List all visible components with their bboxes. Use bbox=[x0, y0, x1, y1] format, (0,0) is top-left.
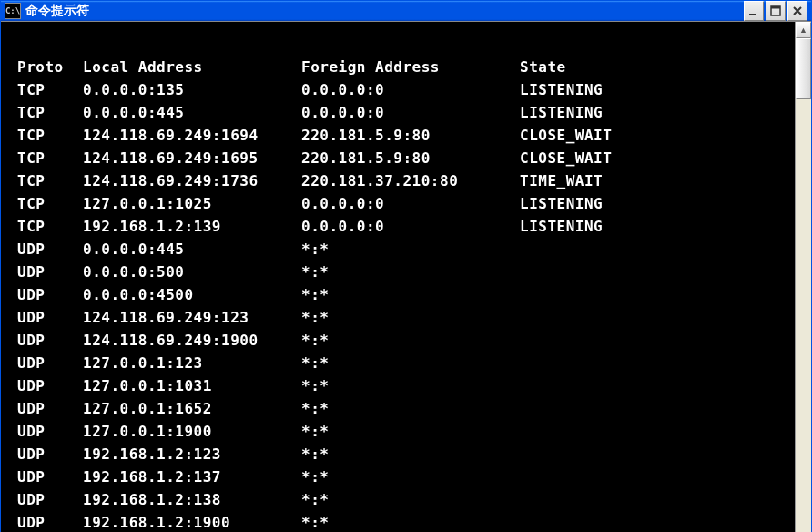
local-address-cell: 124.118.69.249:123 bbox=[83, 306, 301, 329]
local-address-cell: 127.0.0.1:1031 bbox=[83, 374, 301, 397]
local-address-cell: 192.168.1.2:137 bbox=[83, 466, 301, 488]
state-cell bbox=[520, 466, 795, 488]
foreign-address-cell: *:* bbox=[301, 261, 520, 283]
proto-cell: UDP bbox=[17, 283, 83, 306]
local-address-cell: 124.118.69.249:1694 bbox=[83, 124, 301, 147]
table-row: UDP124.118.69.249:123*:* bbox=[17, 306, 795, 329]
state-cell bbox=[520, 511, 795, 532]
proto-cell: UDP bbox=[17, 352, 83, 374]
state-cell bbox=[520, 374, 795, 397]
proto-cell: UDP bbox=[17, 374, 83, 397]
window-controls bbox=[744, 1, 807, 21]
proto-cell: TCP bbox=[17, 169, 83, 192]
table-header: ProtoLocal AddressForeign AddressState bbox=[17, 56, 795, 78]
state-cell: TIME_WAIT bbox=[520, 169, 795, 192]
foreign-address-cell: *:* bbox=[301, 306, 520, 329]
local-address-cell: 124.118.69.249:1695 bbox=[83, 147, 301, 169]
proto-cell: UDP bbox=[17, 238, 83, 261]
foreign-address-cell: 0.0.0.0:0 bbox=[301, 192, 520, 215]
command-prompt-window: C:\ 命令提示符 ProtoLocal AddressForeign Addr… bbox=[0, 0, 812, 532]
maximize-button[interactable] bbox=[766, 1, 786, 21]
foreign-address-cell: *:* bbox=[301, 443, 520, 466]
console-output[interactable]: ProtoLocal AddressForeign AddressStateTC… bbox=[1, 22, 795, 532]
table-row: UDP127.0.0.1:1652*:* bbox=[17, 397, 795, 420]
table-row: UDP127.0.0.1:1031*:* bbox=[17, 374, 795, 397]
client-area: ProtoLocal AddressForeign AddressStateTC… bbox=[1, 21, 811, 532]
blank-line bbox=[17, 33, 795, 56]
table-row: UDP124.118.69.249:1900*:* bbox=[17, 329, 795, 352]
proto-cell: UDP bbox=[17, 261, 83, 283]
local-address-cell: 0.0.0.0:135 bbox=[83, 78, 301, 101]
foreign-address-cell: 0.0.0.0:0 bbox=[301, 78, 520, 101]
local-address-cell: 0.0.0.0:445 bbox=[83, 101, 301, 124]
titlebar[interactable]: C:\ 命令提示符 bbox=[1, 1, 811, 21]
local-address-cell: 192.168.1.2:123 bbox=[83, 443, 301, 466]
state-cell bbox=[520, 488, 795, 511]
foreign-address-cell: Foreign Address bbox=[301, 56, 520, 78]
minimize-button[interactable] bbox=[744, 1, 764, 21]
state-cell: LISTENING bbox=[520, 215, 795, 238]
scroll-track[interactable] bbox=[796, 38, 811, 532]
proto-cell: TCP bbox=[17, 101, 83, 124]
local-address-cell: 192.168.1.2:139 bbox=[83, 215, 301, 238]
close-button[interactable] bbox=[787, 1, 807, 21]
vertical-scrollbar[interactable]: ▲ ▼ bbox=[795, 22, 811, 532]
foreign-address-cell: *:* bbox=[301, 329, 520, 352]
table-row: UDP192.168.1.2:1900*:* bbox=[17, 511, 795, 532]
svg-rect-2 bbox=[771, 6, 780, 9]
local-address-cell: 0.0.0.0:500 bbox=[83, 261, 301, 283]
proto-cell: TCP bbox=[17, 192, 83, 215]
table-row: UDP192.168.1.2:137*:* bbox=[17, 466, 795, 488]
foreign-address-cell: *:* bbox=[301, 238, 520, 261]
foreign-address-cell: 0.0.0.0:0 bbox=[301, 215, 520, 238]
state-cell bbox=[520, 443, 795, 466]
foreign-address-cell: *:* bbox=[301, 420, 520, 443]
table-row: TCP124.118.69.249:1694220.181.5.9:80CLOS… bbox=[17, 124, 795, 147]
local-address-cell: 127.0.0.1:1652 bbox=[83, 397, 301, 420]
state-cell: LISTENING bbox=[520, 192, 795, 215]
proto-cell: UDP bbox=[17, 420, 83, 443]
foreign-address-cell: *:* bbox=[301, 488, 520, 511]
state-cell: CLOSE_WAIT bbox=[520, 124, 795, 147]
foreign-address-cell: *:* bbox=[301, 466, 520, 488]
proto-cell: TCP bbox=[17, 147, 83, 169]
state-cell: State bbox=[520, 56, 795, 78]
proto-cell: TCP bbox=[17, 78, 83, 101]
proto-cell: UDP bbox=[17, 306, 83, 329]
table-row: UDP192.168.1.2:138*:* bbox=[17, 488, 795, 511]
local-address-cell: 0.0.0.0:4500 bbox=[83, 283, 301, 306]
table-row: UDP127.0.0.1:1900*:* bbox=[17, 420, 795, 443]
foreign-address-cell: *:* bbox=[301, 374, 520, 397]
table-row: TCP124.118.69.249:1736220.181.37.210:80T… bbox=[17, 169, 795, 192]
proto-cell: UDP bbox=[17, 329, 83, 352]
state-cell bbox=[520, 261, 795, 283]
local-address-cell: 124.118.69.249:1736 bbox=[83, 169, 301, 192]
foreign-address-cell: *:* bbox=[301, 511, 520, 532]
foreign-address-cell: 220.181.5.9:80 bbox=[301, 147, 520, 169]
scroll-thumb[interactable] bbox=[796, 38, 811, 99]
window-title: 命令提示符 bbox=[25, 3, 744, 19]
table-row: UDP0.0.0.0:500*:* bbox=[17, 261, 795, 283]
local-address-cell: 192.168.1.2:1900 bbox=[83, 511, 301, 532]
state-cell: LISTENING bbox=[520, 101, 795, 124]
local-address-cell: 0.0.0.0:445 bbox=[83, 238, 301, 261]
state-cell bbox=[520, 420, 795, 443]
local-address-cell: 127.0.0.1:123 bbox=[83, 352, 301, 374]
state-cell bbox=[520, 352, 795, 374]
proto-cell: TCP bbox=[17, 215, 83, 238]
proto-cell: UDP bbox=[17, 397, 83, 420]
local-address-cell: 124.118.69.249:1900 bbox=[83, 329, 301, 352]
state-cell bbox=[520, 397, 795, 420]
table-row: UDP0.0.0.0:4500*:* bbox=[17, 283, 795, 306]
foreign-address-cell: *:* bbox=[301, 352, 520, 374]
foreign-address-cell: 220.181.5.9:80 bbox=[301, 124, 520, 147]
state-cell: LISTENING bbox=[520, 78, 795, 101]
local-address-cell: Local Address bbox=[83, 56, 301, 78]
table-row: TCP0.0.0.0:1350.0.0.0:0LISTENING bbox=[17, 78, 795, 101]
scroll-up-button[interactable]: ▲ bbox=[796, 22, 811, 38]
proto-cell: UDP bbox=[17, 466, 83, 488]
table-row: TCP127.0.0.1:10250.0.0.0:0LISTENING bbox=[17, 192, 795, 215]
svg-rect-0 bbox=[749, 14, 756, 15]
proto-cell: UDP bbox=[17, 511, 83, 532]
local-address-cell: 127.0.0.1:1900 bbox=[83, 420, 301, 443]
